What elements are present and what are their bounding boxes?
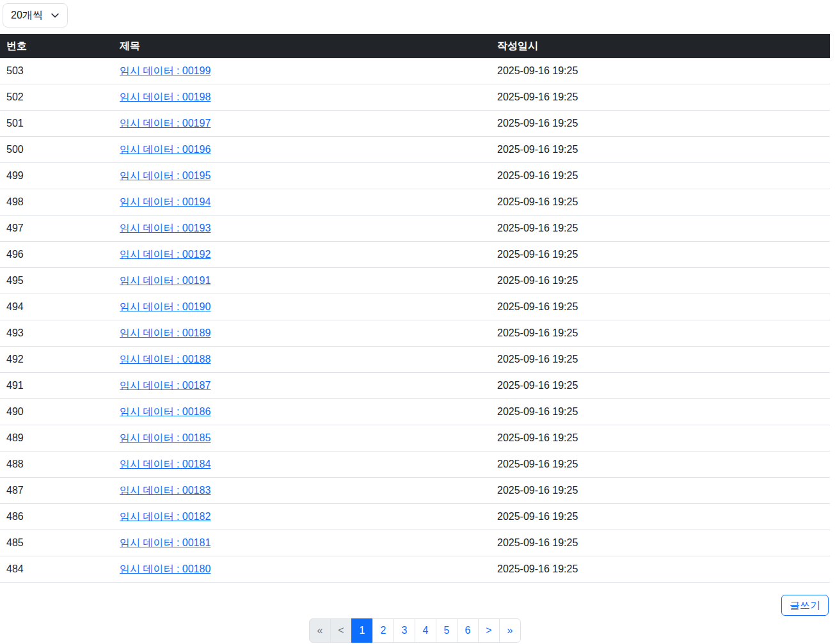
row-number: 496 [0,242,113,268]
row-number: 493 [0,320,113,347]
row-created-at: 2025-09-16 19:25 [491,399,830,425]
actions-row: 글쓰기 [0,595,830,616]
post-title-link[interactable]: 임시 데이터 : 00188 [120,354,211,365]
row-title-cell: 임시 데이터 : 00193 [113,216,491,242]
table-row: 489 임시 데이터 : 00185 2025-09-16 19:25 [0,425,830,452]
row-title-cell: 임시 데이터 : 00197 [113,111,491,137]
chevron-down-icon [51,11,60,20]
row-number: 503 [0,58,113,84]
table-row: 502 임시 데이터 : 00198 2025-09-16 19:25 [0,84,830,111]
page-link[interactable]: > [478,618,500,643]
post-title-link[interactable]: 임시 데이터 : 00186 [120,406,211,417]
row-created-at: 2025-09-16 19:25 [491,373,830,399]
post-title-link[interactable]: 임시 데이터 : 00191 [120,275,211,286]
row-title-cell: 임시 데이터 : 00198 [113,84,491,111]
row-created-at: 2025-09-16 19:25 [491,58,830,84]
board-page: 20개씩 번호 제목 작성일시 503 임시 데이터 : 00199 2025-… [0,0,830,644]
row-title-cell: 임시 데이터 : 00190 [113,294,491,320]
write-button[interactable]: 글쓰기 [781,595,829,616]
table-row: 492 임시 데이터 : 00188 2025-09-16 19:25 [0,347,830,373]
page-item: 2 [373,618,394,643]
page-link[interactable]: 3 [394,618,415,643]
row-number: 491 [0,373,113,399]
page-item: < [331,618,352,643]
row-created-at: 2025-09-16 19:25 [491,452,830,478]
row-title-cell: 임시 데이터 : 00194 [113,189,491,216]
row-number: 498 [0,189,113,216]
page-item: > [479,618,500,643]
row-number: 497 [0,216,113,242]
row-number: 502 [0,84,113,111]
row-created-at: 2025-09-16 19:25 [491,163,830,189]
post-title-link[interactable]: 임시 데이터 : 00193 [120,223,211,233]
page-item: 5 [436,618,457,643]
row-created-at: 2025-09-16 19:25 [491,320,830,347]
table-row: 499 임시 데이터 : 00195 2025-09-16 19:25 [0,163,830,189]
post-title-link[interactable]: 임시 데이터 : 00195 [120,170,211,181]
page-item: 1 [352,618,373,643]
row-created-at: 2025-09-16 19:25 [491,137,830,163]
post-title-link[interactable]: 임시 데이터 : 00192 [120,249,211,260]
row-created-at: 2025-09-16 19:25 [491,294,830,320]
post-title-link[interactable]: 임시 데이터 : 00187 [120,380,211,391]
row-number: 485 [0,530,113,556]
post-title-link[interactable]: 임시 데이터 : 00183 [120,485,211,496]
header-created-at: 작성일시 [491,34,830,58]
post-title-link[interactable]: 임시 데이터 : 00182 [120,511,211,522]
page-link[interactable]: 6 [457,618,479,643]
table-row: 486 임시 데이터 : 00182 2025-09-16 19:25 [0,504,830,530]
row-number: 499 [0,163,113,189]
page-link[interactable]: 5 [436,618,457,643]
table-header-row: 번호 제목 작성일시 [0,34,830,58]
post-title-link[interactable]: 임시 데이터 : 00194 [120,196,211,207]
post-title-link[interactable]: 임시 데이터 : 00180 [120,563,211,574]
row-title-cell: 임시 데이터 : 00199 [113,58,491,84]
row-created-at: 2025-09-16 19:25 [491,268,830,294]
page-item: » [500,618,521,643]
row-created-at: 2025-09-16 19:25 [491,84,830,111]
row-title-cell: 임시 데이터 : 00185 [113,425,491,452]
post-title-link[interactable]: 임시 데이터 : 00198 [120,91,211,102]
pagination: « < 1 2 3 4 5 6 > » [0,618,830,644]
row-created-at: 2025-09-16 19:25 [491,189,830,216]
page-item: 6 [457,618,479,643]
row-created-at: 2025-09-16 19:25 [491,216,830,242]
row-title-cell: 임시 데이터 : 00196 [113,137,491,163]
row-title-cell: 임시 데이터 : 00191 [113,268,491,294]
board-table: 번호 제목 작성일시 503 임시 데이터 : 00199 2025-09-16… [0,34,830,583]
row-number: 495 [0,268,113,294]
table-row: 500 임시 데이터 : 00196 2025-09-16 19:25 [0,137,830,163]
row-number: 490 [0,399,113,425]
post-title-link[interactable]: 임시 데이터 : 00184 [120,459,211,469]
post-title-link[interactable]: 임시 데이터 : 00197 [120,118,211,129]
table-row: 496 임시 데이터 : 00192 2025-09-16 19:25 [0,242,830,268]
table-row: 497 임시 데이터 : 00193 2025-09-16 19:25 [0,216,830,242]
row-title-cell: 임시 데이터 : 00181 [113,530,491,556]
post-title-link[interactable]: 임시 데이터 : 00181 [120,537,211,548]
page-link[interactable]: 1 [351,618,373,643]
post-title-link[interactable]: 임시 데이터 : 00190 [120,301,211,312]
row-title-cell: 임시 데이터 : 00183 [113,478,491,504]
page-link[interactable]: 4 [415,618,436,643]
row-title-cell: 임시 데이터 : 00180 [113,556,491,583]
table-row: 495 임시 데이터 : 00191 2025-09-16 19:25 [0,268,830,294]
page-link[interactable]: 2 [372,618,394,643]
table-row: 484 임시 데이터 : 00180 2025-09-16 19:25 [0,556,830,583]
row-number: 494 [0,294,113,320]
page-size-select[interactable]: 20개씩 [3,3,68,27]
page-item: 4 [415,618,436,643]
row-number: 484 [0,556,113,583]
post-title-link[interactable]: 임시 데이터 : 00185 [120,432,211,443]
post-title-link[interactable]: 임시 데이터 : 00189 [120,327,211,338]
page-item: 3 [394,618,415,643]
row-created-at: 2025-09-16 19:25 [491,478,830,504]
row-number: 492 [0,347,113,373]
post-title-link[interactable]: 임시 데이터 : 00196 [120,144,211,155]
table-row: 491 임시 데이터 : 00187 2025-09-16 19:25 [0,373,830,399]
page-link[interactable]: » [499,618,521,643]
post-title-link[interactable]: 임시 데이터 : 00199 [120,65,211,76]
row-title-cell: 임시 데이터 : 00195 [113,163,491,189]
table-row: 488 임시 데이터 : 00184 2025-09-16 19:25 [0,452,830,478]
row-title-cell: 임시 데이터 : 00188 [113,347,491,373]
row-created-at: 2025-09-16 19:25 [491,111,830,137]
